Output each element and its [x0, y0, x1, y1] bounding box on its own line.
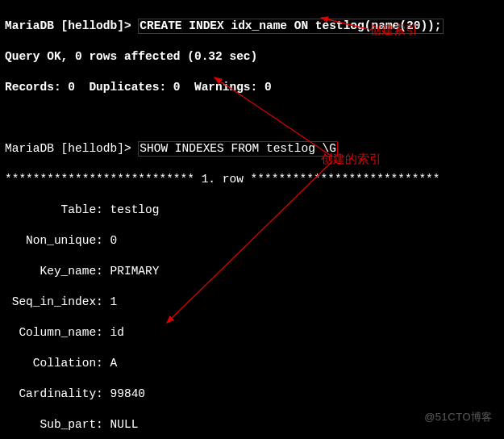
row1-non-unique: Non_unique: 0 [5, 233, 499, 249]
row1-cardinality: Cardinality: 99840 [5, 387, 499, 402]
row1-key-name: Key_name: PRIMARY [5, 264, 499, 279]
show-indexes-command: SHOW INDEXES FROM testlog \G [138, 141, 338, 157]
records-line: Records: 0 Duplicates: 0 Warnings: 0 [5, 80, 499, 95]
row1-seq-in-index: Seq_in_index: 1 [5, 295, 499, 310]
prompt-line-2: MariaDB [hellodb]> SHOW INDEXES FROM tes… [5, 142, 338, 155]
prompt-text: MariaDB [hellodb]> [5, 142, 138, 155]
prompt-line-1: MariaDB [hellodb]> CREATE INDEX idx_name… [5, 19, 444, 32]
query-ok-line: Query OK, 0 rows affected (0.32 sec) [5, 49, 499, 65]
prompt-text: MariaDB [hellodb]> [5, 19, 138, 32]
row1-sub-part: Sub_part: NULL [5, 417, 499, 433]
blank-line [5, 111, 499, 126]
row-separator-1: *************************** 1. row *****… [5, 172, 499, 187]
row1-table: Table: testlog [5, 203, 499, 218]
row1-collation: Collation: A [5, 356, 499, 371]
row1-column-name: Column_name: id [5, 325, 499, 341]
create-index-command: CREATE INDEX idx_name ON testlog(name(20… [138, 19, 443, 34]
terminal-output: MariaDB [hellodb]> CREATE INDEX idx_name… [0, 0, 504, 439]
